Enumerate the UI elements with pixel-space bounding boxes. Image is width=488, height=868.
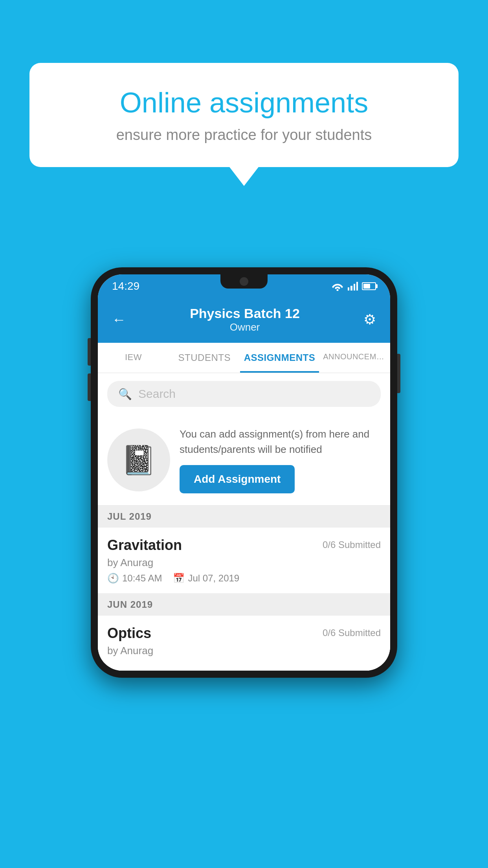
battery-icon <box>362 282 376 290</box>
search-bar-wrapper: 🔍 Search <box>98 373 390 415</box>
speech-bubble-title: Online assignments <box>57 86 431 119</box>
phone-power-button <box>397 354 400 393</box>
month-header-jul: JUL 2019 <box>98 506 390 528</box>
assignment-icon-circle: 📓 <box>107 428 170 491</box>
tab-announcements[interactable]: ANNOUNCEMENTS <box>319 343 390 373</box>
tab-students[interactable]: STUDENTS <box>169 343 240 373</box>
assignment-name-optics: Optics <box>107 625 151 642</box>
assignment-submitted-optics: 0/6 Submitted <box>323 627 381 638</box>
status-icons <box>331 281 376 291</box>
assignment-date: 📅 Jul 07, 2019 <box>173 573 239 584</box>
status-time: 14:29 <box>112 280 139 292</box>
add-assignment-button[interactable]: Add Assignment <box>180 465 295 493</box>
clock-icon: 🕙 <box>107 573 119 584</box>
assignment-time: 🕙 10:45 AM <box>107 573 162 584</box>
assignment-submitted: 0/6 Submitted <box>323 539 381 550</box>
assignment-by-optics: by Anurag <box>107 645 381 657</box>
phone-mockup: 14:29 <box>91 267 397 678</box>
promo-block: 📓 You can add assignment(s) from here an… <box>98 415 390 506</box>
phone-notch <box>220 274 268 289</box>
header-title-area: Physics Batch 12 Owner <box>190 306 300 333</box>
assignment-item-optics[interactable]: Optics 0/6 Submitted by Anurag <box>98 616 390 671</box>
tabs-bar: IEW STUDENTS ASSIGNMENTS ANNOUNCEMENTS <box>98 343 390 373</box>
wifi-icon <box>331 281 344 291</box>
assignment-top-row: Gravitation 0/6 Submitted <box>107 537 381 554</box>
assignment-item-gravitation[interactable]: Gravitation 0/6 Submitted by Anurag 🕙 10… <box>98 528 390 594</box>
speech-bubble: Online assignments ensure more practice … <box>29 63 459 167</box>
phone-volume-up <box>88 338 91 366</box>
phone-outer: 14:29 <box>91 267 397 678</box>
speech-bubble-subtitle: ensure more practice for your students <box>57 127 431 143</box>
assignment-meta: 🕙 10:45 AM 📅 Jul 07, 2019 <box>107 573 381 584</box>
phone-volume-down <box>88 373 91 401</box>
assignment-top-row-optics: Optics 0/6 Submitted <box>107 625 381 642</box>
signal-icon <box>348 282 358 291</box>
promo-description: You can add assignment(s) from here and … <box>180 427 381 457</box>
notebook-icon: 📓 <box>121 443 156 477</box>
search-icon: 🔍 <box>118 388 132 401</box>
month-header-jun: JUN 2019 <box>98 594 390 616</box>
app-header: ← Physics Batch 12 Owner ⚙ <box>98 298 390 343</box>
assignment-time-value: 10:45 AM <box>122 573 162 584</box>
phone-screen: 14:29 <box>98 274 390 671</box>
back-button[interactable]: ← <box>112 311 126 328</box>
promo-right: You can add assignment(s) from here and … <box>180 427 381 493</box>
assignment-by: by Anurag <box>107 557 381 569</box>
header-title: Physics Batch 12 <box>190 306 300 321</box>
svg-point-0 <box>337 289 339 291</box>
speech-bubble-container: Online assignments ensure more practice … <box>29 63 459 167</box>
assignment-date-value: Jul 07, 2019 <box>188 573 239 584</box>
header-subtitle: Owner <box>190 321 300 333</box>
assignment-name: Gravitation <box>107 537 182 554</box>
calendar-icon: 📅 <box>173 573 185 584</box>
settings-button[interactable]: ⚙ <box>363 311 376 328</box>
tab-iew[interactable]: IEW <box>98 343 169 373</box>
tab-assignments[interactable]: ASSIGNMENTS <box>240 343 319 373</box>
search-input[interactable]: Search <box>138 387 176 401</box>
search-bar[interactable]: 🔍 Search <box>107 381 381 407</box>
content-area: 🔍 Search 📓 You can add assignment(s) fro… <box>98 373 390 671</box>
phone-camera <box>240 277 248 286</box>
